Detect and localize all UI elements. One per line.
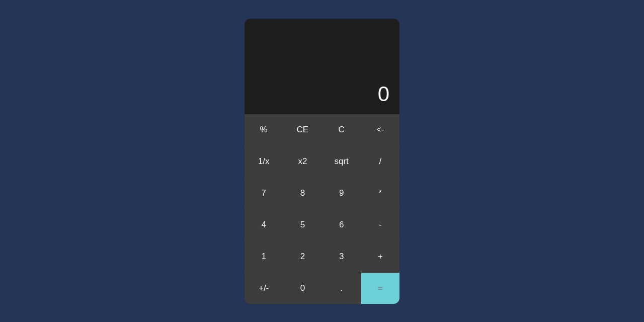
btn-backspace[interactable]: <- [361,114,399,145]
btn-four[interactable]: 4 [245,209,283,240]
btn-one[interactable]: 1 [245,241,283,272]
btn-square[interactable]: x2 [283,146,321,177]
btn-subtract[interactable]: - [361,209,399,240]
btn-five[interactable]: 5 [283,209,321,240]
buttons-grid: %CEC<-1/xx2sqrt/789*456-123++/-0.= [245,114,399,304]
calculator-display: 0 [245,19,399,114]
btn-sqrt[interactable]: sqrt [323,146,361,177]
btn-zero[interactable]: 0 [283,273,321,304]
btn-three[interactable]: 3 [323,241,361,272]
btn-equals[interactable]: = [361,273,399,304]
btn-reciprocal[interactable]: 1/x [245,146,283,177]
btn-toggle-sign[interactable]: +/- [245,273,283,304]
btn-percent[interactable]: % [245,114,283,145]
display-value: 0 [378,82,389,106]
btn-clear[interactable]: C [323,114,361,145]
btn-nine[interactable]: 9 [323,178,361,209]
calculator: 0 %CEC<-1/xx2sqrt/789*456-123++/-0.= [245,19,399,304]
btn-six[interactable]: 6 [323,209,361,240]
btn-multiply[interactable]: * [361,178,399,209]
btn-two[interactable]: 2 [283,241,321,272]
btn-seven[interactable]: 7 [245,178,283,209]
btn-eight[interactable]: 8 [283,178,321,209]
btn-divide[interactable]: / [361,146,399,177]
btn-add[interactable]: + [361,241,399,272]
btn-decimal[interactable]: . [323,273,361,304]
btn-ce[interactable]: CE [283,114,321,145]
